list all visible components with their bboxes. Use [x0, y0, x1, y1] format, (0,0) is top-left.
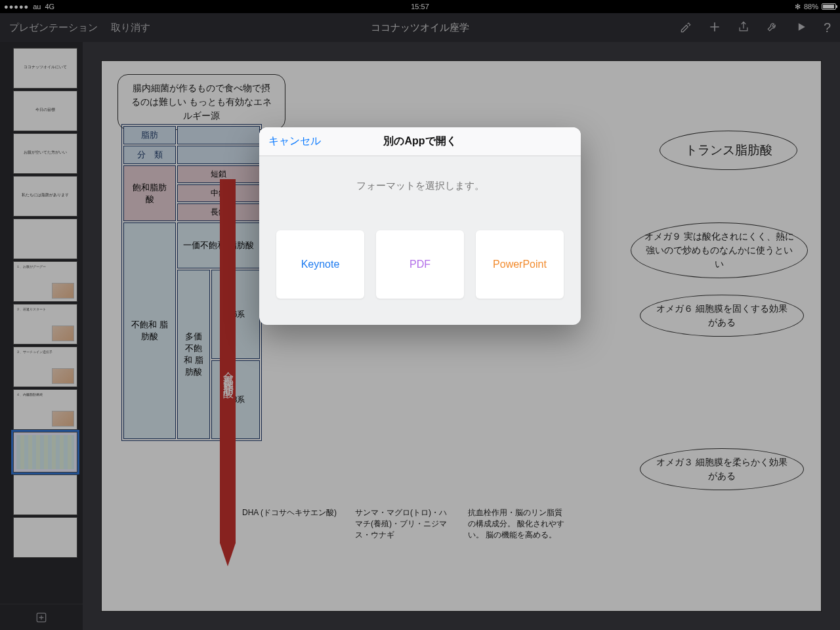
format-prompt: フォーマットを選択します。 [274, 180, 566, 192]
format-keynote-tile[interactable]: Keynote [276, 230, 364, 299]
format-pdf-tile[interactable]: PDF [376, 230, 464, 299]
format-powerpoint-tile[interactable]: PowerPoint [476, 230, 564, 299]
sheet-title: 別のAppで開く [383, 135, 456, 148]
cancel-button[interactable]: キャンセル [268, 135, 321, 148]
open-in-another-app-sheet: キャンセル 別のAppで開く フォーマットを選択します。 Keynote PDF… [259, 127, 581, 325]
